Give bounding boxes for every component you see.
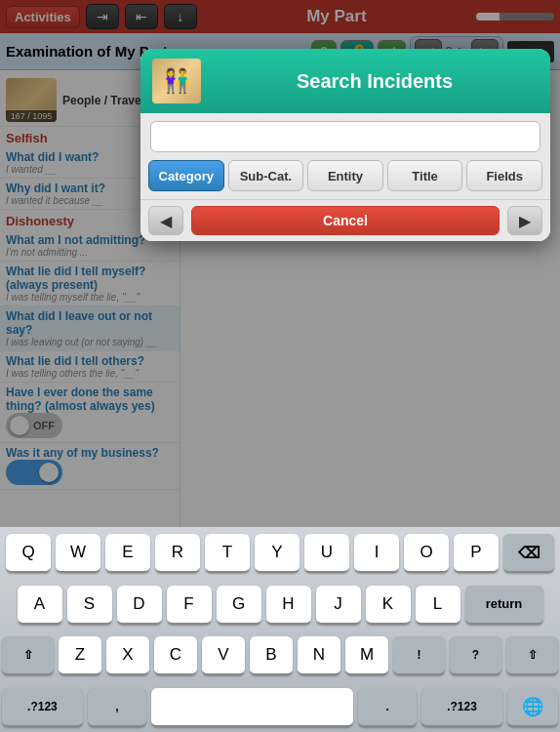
tab-subcat[interactable]: Sub-Cat.: [228, 160, 304, 191]
key-k[interactable]: K: [366, 586, 411, 625]
key-x[interactable]: X: [106, 636, 149, 675]
key-n[interactable]: N: [298, 636, 340, 675]
tab-bar: Category Sub-Cat. Entity Title Fields: [140, 160, 550, 199]
tab-category[interactable]: Category: [148, 160, 224, 191]
search-input-container: [140, 113, 550, 160]
keyboard-row-2: A S D F G H J K L return: [2, 583, 558, 629]
key-a[interactable]: A: [18, 586, 62, 625]
key-s[interactable]: S: [67, 586, 112, 625]
search-modal: 👫 Search Incidents Category Sub-Cat. Ent…: [140, 49, 550, 241]
keyboard-row-4: .?123 , . .?123 🌐: [2, 685, 558, 731]
key-t[interactable]: T: [205, 534, 250, 573]
key-shiftright[interactable]: ⇧: [506, 636, 558, 675]
key-question[interactable]: ?: [450, 636, 501, 675]
key-d[interactable]: D: [117, 586, 162, 625]
modal-header: 👫 Search Incidents: [140, 49, 550, 113]
modal-overlay[interactable]: 👫 Search Incidents Category Sub-Cat. Ent…: [0, 0, 560, 527]
key-h[interactable]: H: [266, 586, 311, 625]
key-j[interactable]: J: [316, 586, 361, 625]
key-e[interactable]: E: [105, 534, 150, 573]
key-p[interactable]: P: [454, 534, 499, 573]
modal-footer: ◀ Cancel ▶: [140, 199, 550, 241]
key-g[interactable]: G: [217, 586, 261, 625]
cancel-button[interactable]: Cancel: [191, 206, 500, 235]
keyboard: Q W E R T Y U I O P ⌫ A S D F G H J K L …: [0, 527, 560, 732]
key-emoji[interactable]: 🌐: [507, 688, 558, 727]
tab-title[interactable]: Title: [387, 160, 463, 191]
keyboard-row-1: Q W E R T Y U I O P ⌫: [2, 531, 558, 577]
key-numbers[interactable]: .?123: [2, 688, 83, 727]
key-b[interactable]: B: [250, 636, 293, 675]
tab-fields[interactable]: Fields: [466, 160, 542, 191]
key-r[interactable]: R: [155, 534, 200, 573]
key-o[interactable]: O: [404, 534, 449, 573]
key-numbers-right[interactable]: .?123: [421, 688, 502, 727]
modal-prev-button[interactable]: ◀: [148, 206, 183, 235]
keyboard-row-3: ⇧ Z X C V B N M ! ? ⇧: [2, 633, 558, 679]
key-y[interactable]: Y: [255, 534, 300, 573]
key-comma[interactable]: ,: [88, 688, 146, 727]
key-m[interactable]: M: [345, 636, 388, 675]
key-z[interactable]: Z: [59, 636, 101, 675]
key-i[interactable]: I: [354, 534, 399, 573]
key-l[interactable]: L: [416, 586, 460, 625]
modal-avatar: 👫: [152, 59, 201, 103]
tab-entity[interactable]: Entity: [307, 160, 383, 191]
key-exclaim[interactable]: !: [393, 636, 445, 675]
key-space[interactable]: [151, 688, 353, 727]
search-input[interactable]: [150, 121, 540, 152]
modal-next-button[interactable]: ▶: [507, 206, 542, 235]
key-period[interactable]: .: [358, 688, 417, 727]
modal-title: Search Incidents: [211, 70, 539, 93]
key-shift[interactable]: ⇧: [2, 636, 54, 675]
key-w[interactable]: W: [56, 534, 100, 573]
key-q[interactable]: Q: [6, 534, 51, 573]
key-f[interactable]: F: [167, 586, 212, 625]
key-return[interactable]: return: [465, 586, 543, 625]
key-u[interactable]: U: [304, 534, 349, 573]
key-backspace[interactable]: ⌫: [503, 534, 554, 573]
key-v[interactable]: V: [202, 636, 245, 675]
key-c[interactable]: C: [154, 636, 197, 675]
